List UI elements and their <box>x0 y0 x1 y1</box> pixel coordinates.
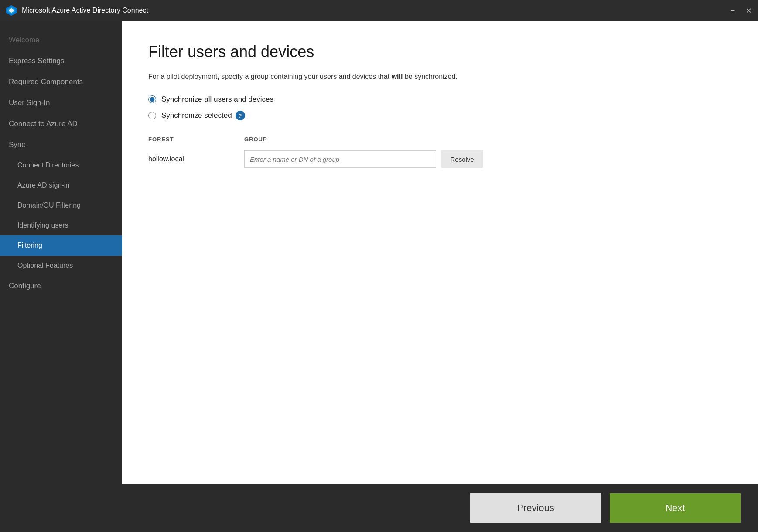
page-title: Filter users and devices <box>148 43 732 61</box>
sidebar-item-required-components[interactable]: Required Components <box>0 72 122 92</box>
sidebar-item-connect-to-azure-ad[interactable]: Connect to Azure AD <box>0 113 122 134</box>
group-input[interactable] <box>244 150 436 168</box>
sidebar-item-filtering[interactable]: Filtering <box>0 235 122 256</box>
sidebar-item-user-sign-in[interactable]: User Sign-In <box>0 92 122 113</box>
sidebar-item-sync[interactable]: Sync <box>0 134 122 155</box>
group-column-header: GROUP <box>244 133 497 146</box>
next-button[interactable]: Next <box>610 493 741 523</box>
sidebar-item-optional-features[interactable]: Optional Features <box>0 256 122 276</box>
sync-selected-option[interactable]: Synchronize selected ? <box>148 111 732 120</box>
group-cell: Resolve <box>244 146 497 172</box>
sidebar-item-express-settings[interactable]: Express Settings <box>0 51 122 72</box>
bottom-bar: Previous Next <box>0 484 758 532</box>
close-button[interactable]: ✕ <box>744 7 753 15</box>
table-row: hollow.local Resolve <box>148 146 497 172</box>
sync-all-radio[interactable] <box>148 95 156 103</box>
sync-selected-help-icon[interactable]: ? <box>236 111 245 120</box>
forest-value: hollow.local <box>148 146 244 172</box>
sidebar: Welcome Express Settings Required Compon… <box>0 21 122 484</box>
minimize-button[interactable]: – <box>728 7 737 15</box>
sync-all-label: Synchronize all users and devices <box>161 95 273 104</box>
sync-selected-radio[interactable] <box>148 112 156 119</box>
sync-table: FOREST GROUP hollow.local Resolve <box>148 133 497 172</box>
sync-all-option[interactable]: Synchronize all users and devices <box>148 95 732 104</box>
sidebar-item-identifying-users[interactable]: Identifying users <box>0 215 122 235</box>
content-body: Filter users and devices For a pilot dep… <box>122 21 758 484</box>
sidebar-item-domain-ou-filtering[interactable]: Domain/OU Filtering <box>0 195 122 215</box>
content-area: Filter users and devices For a pilot dep… <box>122 21 758 484</box>
window-controls: – ✕ <box>728 7 753 15</box>
sidebar-item-welcome: Welcome <box>0 30 122 51</box>
sidebar-item-azure-ad-sign-in[interactable]: Azure AD sign-in <box>0 175 122 195</box>
page-description: For a pilot deployment, specify a group … <box>148 72 732 82</box>
resolve-button[interactable]: Resolve <box>441 150 482 168</box>
window-title: Microsoft Azure Active Directory Connect <box>22 7 728 14</box>
sidebar-item-connect-directories[interactable]: Connect Directories <box>0 155 122 175</box>
previous-button[interactable]: Previous <box>470 493 601 523</box>
sidebar-item-configure[interactable]: Configure <box>0 276 122 297</box>
titlebar: Microsoft Azure Active Directory Connect… <box>0 0 758 21</box>
main-container: Welcome Express Settings Required Compon… <box>0 21 758 484</box>
sync-options-group: Synchronize all users and devices Synchr… <box>148 95 732 120</box>
sync-selected-label: Synchronize selected <box>161 111 232 120</box>
forest-column-header: FOREST <box>148 133 244 146</box>
azure-ad-connect-icon <box>5 4 17 17</box>
